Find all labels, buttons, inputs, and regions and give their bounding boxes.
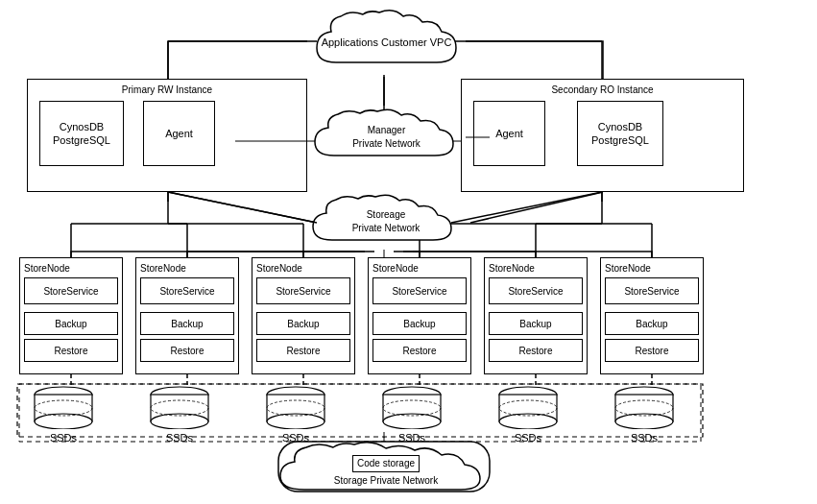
secondary-cynosdb-box: CynosDBPostgreSQL (577, 101, 663, 166)
ssd-1-label: SSDs (50, 432, 77, 444)
secondary-agent-label: Agent (495, 127, 523, 140)
ssd-5-label: SSDs (515, 432, 541, 444)
secondary-cynosdb-label: CynosDBPostgreSQL (591, 120, 649, 148)
ssd-4: SSDs (379, 386, 445, 444)
manager-network-label: ManagerPrivate Network (352, 124, 421, 151)
primary-instance-label: Primary RW Instance (122, 84, 212, 96)
storage-network-label: StoreagePrivate Network (352, 208, 421, 235)
ssd-6: SSDs (612, 386, 677, 444)
architecture-diagram: Applications Customer VPC Primary RW Ins… (0, 0, 817, 504)
svg-rect-32 (19, 384, 701, 442)
primary-agent-label: Agent (165, 127, 193, 140)
svg-line-25 (168, 192, 317, 224)
ssd-5: SSDs (495, 386, 561, 444)
storage-private-network-label: Code storage Storage Private Network (334, 455, 438, 488)
svg-line-66 (168, 192, 317, 223)
customer-vpc-cloud: Applications Customer VPC (307, 5, 466, 77)
ssd-1: SSDs (31, 386, 96, 444)
manager-network-cloud: ManagerPrivate Network (307, 106, 466, 168)
svg-line-36 (168, 192, 317, 223)
secondary-instance-label: Secondary RO Instance (551, 84, 653, 96)
primary-cynosdb-label: CynosDBPostgreSQL (53, 120, 110, 148)
store-node-4: StoreNode StoreService Backup Restore (368, 257, 471, 374)
primary-cynosdb-box: CynosDBPostgreSQL (39, 101, 124, 166)
ssd-2: SSDs (147, 386, 212, 444)
secondary-agent-box: Agent (473, 101, 545, 166)
ssd-2-label: SSDs (166, 432, 193, 444)
ssd-3: SSDs (263, 386, 328, 444)
svg-rect-74 (17, 384, 703, 437)
store-node-2: StoreNode StoreService Backup Restore (135, 257, 239, 374)
svg-line-67 (470, 192, 603, 223)
store-node-3: StoreNode StoreService Backup Restore (252, 257, 355, 374)
store-node-1: StoreNode StoreService Backup Restore (19, 257, 123, 374)
primary-instance-box: Primary RW Instance CynosDBPostgreSQL Ag… (27, 79, 307, 192)
primary-agent-box: Agent (143, 101, 215, 166)
store-node-5: StoreNode StoreService Backup Restore (484, 257, 588, 374)
secondary-instance-box: Secondary RO Instance Agent CynosDBPostg… (461, 79, 744, 192)
svg-line-37 (451, 192, 602, 223)
storage-private-network-cloud: Code storage Storage Private Network (271, 438, 501, 500)
customer-vpc-label: Applications Customer VPC (322, 36, 452, 50)
ssd-6-label: SSDs (631, 432, 658, 444)
storage-network-cloud: StoreagePrivate Network (305, 192, 467, 252)
store-node-6: StoreNode StoreService Backup Restore (600, 257, 704, 374)
